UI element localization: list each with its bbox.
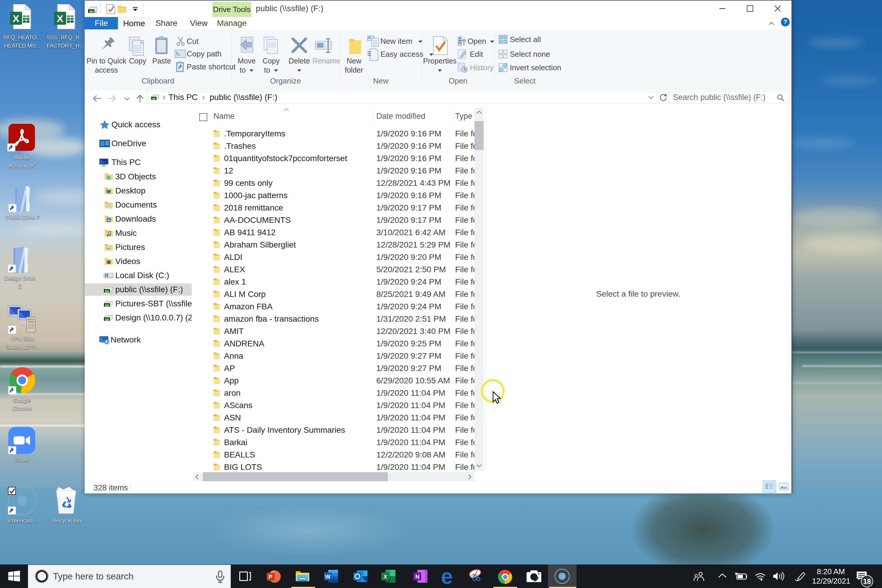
svg-text:\\..: \\.. — [176, 51, 182, 57]
svg-text:N: N — [416, 574, 420, 580]
svg-text:X: X — [13, 13, 20, 24]
svg-text:P: P — [268, 574, 272, 580]
svg-text:W: W — [325, 574, 330, 580]
svg-text:X: X — [383, 574, 387, 580]
svg-text:X: X — [57, 13, 63, 24]
